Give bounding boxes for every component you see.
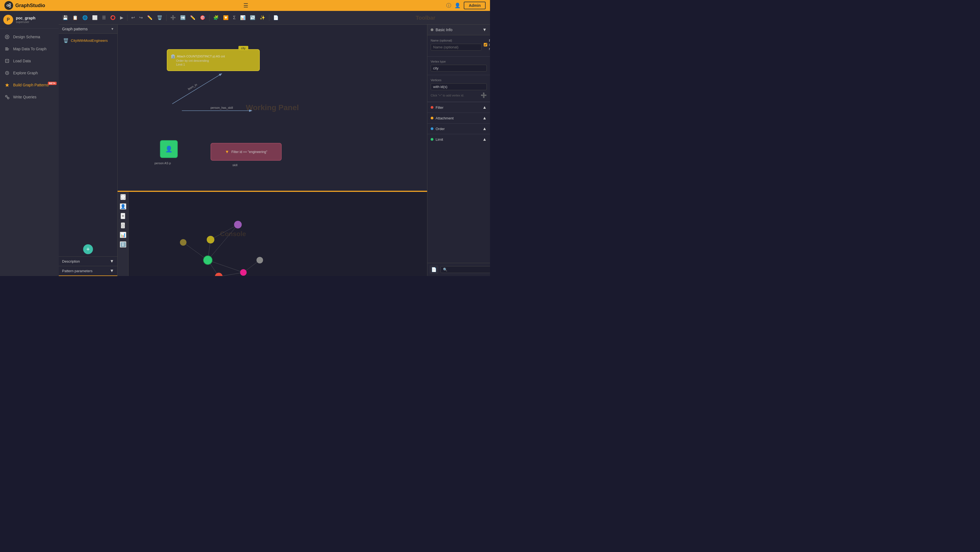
- config-vertices-row: with id(s): [431, 83, 487, 90]
- toolbar-list[interactable]: ☰: [100, 14, 107, 21]
- toolbar-sep-1: [127, 14, 127, 21]
- toolbar-edit[interactable]: ✏️: [145, 14, 154, 21]
- config-name-input[interactable]: [431, 44, 482, 51]
- toolbar-doc[interactable]: 📄: [272, 14, 280, 21]
- sidebar-item-explore-graph[interactable]: Explore Graph: [0, 67, 59, 79]
- svg-point-36: [240, 269, 247, 276]
- config-vertices-section: Vertices with id(s) Click "+" to add ver…: [427, 75, 490, 102]
- toolbar-redo[interactable]: ↪: [138, 14, 145, 21]
- config-vertices-select[interactable]: with id(s): [431, 83, 487, 90]
- config-title-text: Basic Info: [436, 28, 452, 32]
- doc-button[interactable]: 📄: [430, 265, 438, 274]
- attachment-chevron: ▲: [482, 116, 487, 121]
- pattern-params-header[interactable]: Pattern parameters ▼: [59, 266, 117, 276]
- sidebar-item-map-data[interactable]: Map Data To Graph: [0, 43, 59, 55]
- pattern-item[interactable]: 🗑️ CityWithMostEngineers: [61, 36, 115, 45]
- config-filter-header[interactable]: Filter ▲: [427, 102, 490, 113]
- config-vertex-type-select[interactable]: city: [431, 65, 487, 71]
- console-node-icon[interactable]: ✦: [121, 213, 125, 219]
- description-header[interactable]: Description ▼: [59, 257, 117, 266]
- svg-line-28: [219, 273, 243, 276]
- put-in-result-text: Put in result: [489, 38, 490, 51]
- toolbar-target[interactable]: ⭕: [108, 14, 117, 21]
- toolbar-add[interactable]: ➕: [169, 14, 177, 21]
- toolbar-magic[interactable]: ✨: [258, 14, 267, 21]
- config-put-in-result-checkbox[interactable]: [484, 43, 487, 46]
- toolbar-sep-3: [209, 14, 210, 21]
- city-node[interactable]: city 🏛️ Attach COUNT(DISTINCT p) AS cnt …: [167, 49, 260, 71]
- admin-button[interactable]: Admin: [464, 2, 485, 9]
- svg-line-23: [210, 225, 238, 240]
- add-pattern-button[interactable]: +: [83, 244, 93, 254]
- config-filter-section: Filter ▲: [427, 102, 490, 113]
- toolbar-chart[interactable]: 📊: [239, 14, 247, 21]
- config-attachment-header[interactable]: Attachment ▲: [427, 113, 490, 123]
- graph-patterns-title: Graph patterns: [62, 27, 88, 31]
- person-node-label: person AS p: [154, 162, 171, 165]
- console-table-icon[interactable]: 📊: [120, 232, 126, 238]
- config-vertex-id-row: Click "+" to add vertex id. ➕: [431, 92, 487, 98]
- hamburger-button[interactable]: ☰: [243, 2, 248, 9]
- pattern-params-chevron: ▼: [110, 268, 114, 273]
- search-input[interactable]: [441, 266, 490, 273]
- person-node[interactable]: 👤: [160, 140, 178, 158]
- console-info-icon[interactable]: ℹ️: [120, 241, 126, 247]
- toolbar-reset[interactable]: ↩️: [248, 14, 257, 21]
- config-panel: Basic Info ▼ Name (optional): [427, 25, 490, 276]
- console-json-icon[interactable]: {}: [121, 222, 125, 228]
- svg-point-34: [204, 256, 212, 265]
- config-name-label: Name (optional): [431, 39, 482, 42]
- sidebar-item-load-data[interactable]: Load Data: [0, 55, 59, 67]
- toolbar-save[interactable]: 💾: [61, 14, 70, 21]
- user-button[interactable]: 👤: [455, 2, 460, 8]
- toolbar-sigma[interactable]: Σ: [231, 14, 237, 21]
- console-person-icon[interactable]: 👤: [120, 203, 126, 209]
- svg-point-35: [215, 273, 223, 276]
- sidebar-item-design-schema[interactable]: Design Schema: [0, 31, 59, 43]
- toolbar-rect[interactable]: ⬜: [91, 14, 99, 21]
- build-graph-icon: [5, 82, 10, 88]
- order-chevron: ▲: [482, 126, 487, 131]
- toolbar-edge[interactable]: ➡️: [178, 14, 187, 21]
- toolbar-filter[interactable]: 🔽: [221, 14, 230, 21]
- info-button[interactable]: ⓘ: [446, 2, 451, 9]
- config-title: Basic Info: [431, 28, 452, 32]
- svg-line-19: [172, 74, 221, 104]
- toolbar-copy[interactable]: 📋: [71, 14, 80, 21]
- toolbar-pencil[interactable]: ✏️: [188, 14, 197, 21]
- top-bar-right: ⓘ 👤 Admin: [446, 2, 485, 9]
- skill-filter-icon: ▼: [225, 149, 229, 154]
- skill-node[interactable]: ▼ Filter id == "engineering": [210, 143, 282, 161]
- graph-patterns-header[interactable]: Graph patterns ▼: [59, 25, 117, 33]
- config-order-header[interactable]: Order ▲: [427, 124, 490, 134]
- console-fullscreen-icon[interactable]: ⛶: [120, 194, 126, 200]
- logo: GraphStudio: [5, 1, 45, 10]
- toolbar-globe[interactable]: 🌐: [81, 14, 89, 21]
- attachment-dot: [431, 117, 433, 119]
- console-side-icons: ⛶ 👤 ✦ {} 📊 ℹ️: [118, 192, 129, 276]
- config-vertex-type-row: city: [431, 65, 487, 71]
- config-filter-label-row: Filter: [431, 105, 444, 109]
- sidebar-item-write-queries[interactable]: Write Queries: [0, 91, 59, 103]
- toolbar-undo[interactable]: ↩: [130, 14, 137, 21]
- config-name-row: Name (optional) Put in result: [431, 38, 487, 51]
- toolbar-delete[interactable]: 🗑️: [155, 14, 164, 21]
- toolbar-cursor[interactable]: 🎯: [198, 14, 207, 21]
- filter-dot: [431, 106, 433, 109]
- console-canvas: Console: [129, 192, 427, 276]
- working-panel-label: Working Panel: [246, 103, 299, 112]
- config-panel-header: Basic Info ▼: [427, 25, 490, 35]
- config-limit-header[interactable]: Limit ▲: [427, 134, 490, 144]
- skill-node-label: skill: [232, 163, 237, 167]
- toolbar-puzzle[interactable]: 🧩: [212, 14, 220, 21]
- sidebar-item-build-graph[interactable]: Build Graph Patterns BETA: [0, 79, 59, 91]
- working-panel: Working Panel born_in: [118, 25, 427, 191]
- config-vertices-label: Vertices: [431, 78, 487, 82]
- config-put-in-result-label: Put in result: [484, 38, 490, 51]
- config-add-vertex-btn[interactable]: ➕: [481, 92, 487, 98]
- pattern-params-section: Pattern parameters ▼: [59, 266, 117, 276]
- config-attachment-label: Attachment: [436, 116, 453, 120]
- config-name-section: Name (optional) Put in result: [427, 35, 490, 57]
- toolbar-play[interactable]: ▶: [118, 14, 125, 21]
- top-bar: GraphStudio ☰ ⓘ 👤 Admin: [0, 0, 490, 11]
